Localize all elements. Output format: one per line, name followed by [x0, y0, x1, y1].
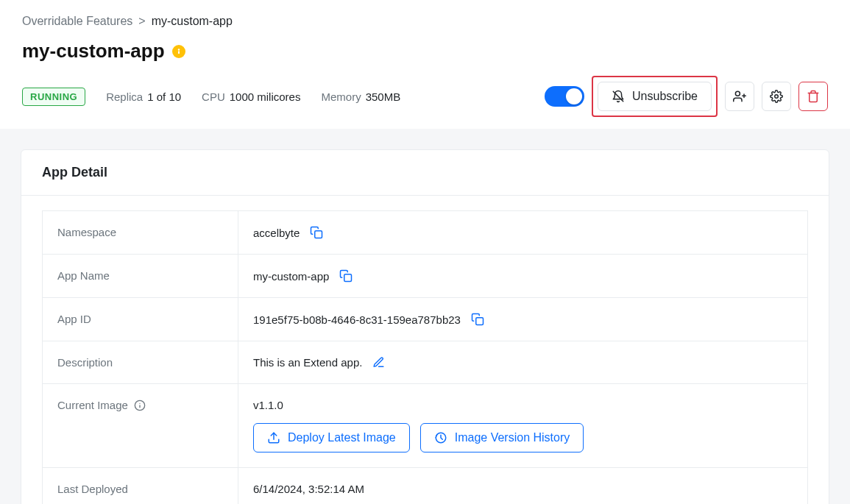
svg-rect-1 — [178, 51, 180, 54]
copy-icon[interactable] — [339, 269, 353, 283]
svg-point-3 — [735, 91, 740, 96]
enable-toggle[interactable] — [545, 86, 584, 107]
label-last-deployed: Last Deployed — [43, 468, 238, 504]
label-current-image: Current Image — [43, 384, 238, 467]
delete-button[interactable] — [798, 82, 828, 111]
toggle-knob — [566, 88, 582, 104]
card-title: App Detail — [42, 165, 808, 180]
value-app-name: my-custom-app — [253, 270, 329, 283]
copy-icon[interactable] — [471, 313, 484, 326]
app-detail-card: App Detail Namespace accelbyte App Name — [21, 149, 829, 504]
svg-rect-6 — [344, 274, 352, 282]
svg-point-4 — [775, 95, 779, 99]
value-current-image: v1.1.0 — [253, 399, 283, 411]
deploy-latest-button[interactable]: Deploy Latest Image — [253, 423, 410, 452]
unsubscribe-button[interactable]: Unsubscribe — [598, 82, 712, 111]
cpu-info: CPU1000 milicores — [202, 90, 300, 103]
breadcrumb-current: my-custom-app — [152, 15, 233, 28]
status-badge: RUNNING — [22, 88, 85, 106]
label-description: Description — [43, 341, 238, 383]
members-button[interactable] — [725, 82, 754, 111]
svg-rect-5 — [315, 231, 322, 238]
value-description: This is an Extend app. — [253, 356, 362, 369]
warning-icon — [172, 45, 185, 58]
svg-point-0 — [177, 49, 179, 50]
bell-off-icon — [612, 90, 625, 103]
image-history-button[interactable]: Image Version History — [420, 423, 584, 452]
label-namespace: Namespace — [43, 211, 238, 254]
unsubscribe-highlight: Unsubscribe — [592, 76, 718, 117]
page-title: my-custom-app — [22, 40, 165, 63]
label-app-name: App Name — [43, 255, 238, 297]
row-last-deployed: Last Deployed 6/14/2024, 3:52:14 AM — [43, 468, 807, 504]
row-description: Description This is an Extend app. — [43, 341, 807, 384]
edit-icon[interactable] — [372, 356, 385, 369]
row-app-name: App Name my-custom-app — [43, 255, 807, 298]
settings-button[interactable] — [762, 82, 791, 111]
chevron-right-icon: > — [138, 15, 145, 28]
value-last-deployed: 6/14/2024, 3:52:14 AM — [253, 483, 364, 495]
label-app-id: App ID — [43, 298, 238, 341]
row-app-id: App ID 191e5f75-b08b-4646-8c31-159ea787b… — [43, 298, 807, 341]
row-current-image: Current Image v1.1.0 Deploy Latest Image — [43, 384, 807, 468]
row-namespace: Namespace accelbyte — [43, 211, 807, 255]
copy-icon[interactable] — [310, 226, 323, 239]
info-icon[interactable] — [134, 400, 146, 411]
breadcrumb-parent[interactable]: Overridable Features — [22, 15, 132, 28]
svg-rect-7 — [476, 318, 484, 325]
breadcrumb: Overridable Features > my-custom-app — [22, 15, 828, 28]
replica-info: Replica1 of 10 — [106, 90, 181, 103]
value-namespace: accelbyte — [253, 227, 300, 239]
detail-table: Namespace accelbyte App Name my-custom-a… — [42, 210, 808, 504]
memory-info: Memory350MB — [321, 90, 400, 103]
value-app-id: 191e5f75-b08b-4646-8c31-159ea787bb23 — [253, 313, 461, 326]
